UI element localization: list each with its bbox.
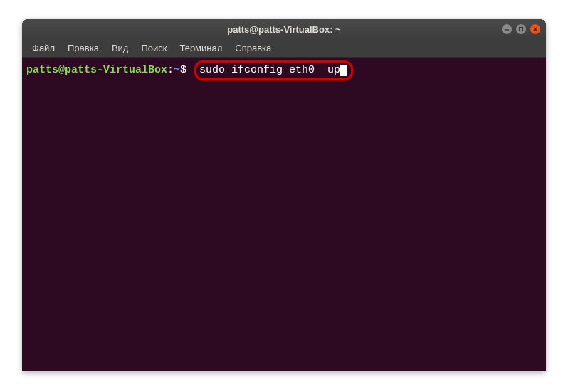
minimize-button[interactable] bbox=[502, 24, 512, 34]
menu-edit[interactable]: Правка bbox=[62, 41, 105, 55]
command-text: sudo ifconfig eth0 up bbox=[199, 63, 340, 78]
menu-search[interactable]: Поиск bbox=[135, 41, 172, 55]
titlebar[interactable]: patts@patts-VirtualBox: ~ bbox=[22, 19, 546, 39]
close-button[interactable] bbox=[530, 24, 540, 34]
window-title: patts@patts-VirtualBox: ~ bbox=[227, 24, 340, 35]
cursor-icon bbox=[340, 65, 347, 76]
menu-help[interactable]: Справка bbox=[229, 41, 277, 55]
command-highlight: sudo ifconfig eth0 up bbox=[194, 60, 353, 80]
menu-terminal[interactable]: Терминал bbox=[174, 41, 228, 55]
menu-file[interactable]: Файл bbox=[26, 41, 61, 55]
window-controls bbox=[502, 24, 540, 34]
svg-rect-1 bbox=[520, 28, 523, 31]
prompt-separator: : bbox=[167, 63, 174, 78]
maximize-button[interactable] bbox=[516, 24, 526, 34]
terminal-window: patts@patts-VirtualBox: ~ Файл Правка Ви… bbox=[22, 19, 546, 371]
terminal-body[interactable]: patts@patts-VirtualBox:~$ sudo ifconfig … bbox=[22, 58, 546, 371]
prompt-dollar: $ bbox=[180, 63, 193, 78]
menu-view[interactable]: Вид bbox=[106, 41, 135, 55]
prompt-user-host: patts@patts-VirtualBox bbox=[26, 63, 167, 78]
menubar: Файл Правка Вид Поиск Терминал Справка bbox=[22, 39, 546, 58]
prompt-path: ~ bbox=[174, 63, 180, 78]
prompt-line: patts@patts-VirtualBox:~$ sudo ifconfig … bbox=[26, 60, 542, 80]
